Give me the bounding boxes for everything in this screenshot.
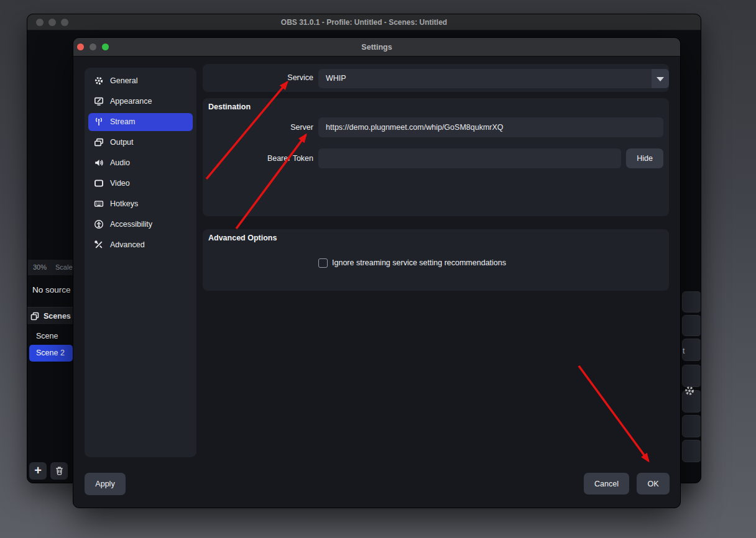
scenes-dock-header: Scenes: [27, 307, 74, 325]
main-window-title: OBS 31.0.1 - Profile: Untitled - Scenes:…: [27, 14, 701, 30]
output-icon: [94, 137, 104, 147]
destination-groupbox: Destination Server Bearer Token Hide: [203, 98, 669, 216]
controls-dock-button[interactable]: [682, 339, 701, 361]
bearer-token-input[interactable]: [318, 148, 621, 168]
trash-icon: [54, 465, 65, 476]
sidebar-item-label: Hotkeys: [110, 195, 138, 213]
sidebar-item-label: Appearance: [110, 93, 152, 111]
controls-dock-button[interactable]: [682, 440, 701, 462]
sidebar-item-label: Output: [110, 134, 134, 152]
scene-item[interactable]: Scene: [36, 330, 58, 342]
sidebar-item-label: Stream: [110, 113, 135, 131]
advanced-options-title: Advanced Options: [208, 234, 277, 242]
apply-button[interactable]: Apply: [85, 473, 126, 495]
server-label: Server: [208, 117, 313, 137]
sidebar-item-label: Audio: [110, 154, 130, 172]
desktop-background: { "main_window": { "title": "OBS 31.0.1 …: [0, 0, 756, 538]
ignore-recommendations-label: Ignore streaming service setting recomme…: [332, 254, 506, 271]
accessibility-icon: [94, 219, 104, 229]
settings-sidebar: General Appearance Stream: [85, 68, 196, 457]
remove-scene-button[interactable]: [50, 462, 68, 480]
preview-scale-label: Scale: [55, 260, 73, 275]
tools-icon: [94, 240, 104, 250]
preview-scale-bar: 30% Scale: [28, 260, 73, 275]
controls-dock-button[interactable]: [682, 415, 701, 437]
sidebar-item-output[interactable]: Output: [88, 134, 193, 152]
cancel-button[interactable]: Cancel: [584, 473, 629, 495]
sidebar-item-label: Advanced: [110, 236, 145, 254]
sidebar-item-video[interactable]: Video: [88, 175, 193, 193]
settings-gear-icon[interactable]: [684, 385, 695, 396]
sidebar-item-audio[interactable]: Audio: [88, 154, 193, 172]
gear-icon: [94, 76, 104, 86]
chevron-down-icon[interactable]: [652, 69, 669, 88]
controls-dock-button[interactable]: [682, 315, 701, 336]
advanced-options-groupbox: Advanced Options Ignore streaming servic…: [203, 229, 669, 291]
destination-title: Destination: [208, 103, 251, 111]
settings-dialog-title: Settings: [73, 38, 680, 57]
stream-antenna-icon: [94, 117, 104, 127]
service-dropdown-value: WHIP: [326, 69, 346, 88]
hide-token-button[interactable]: Hide: [626, 148, 663, 168]
sidebar-item-label: General: [110, 72, 137, 90]
controls-dock-button[interactable]: [682, 291, 701, 312]
controls-dock-text-fragment: t: [683, 347, 685, 355]
sidebar-item-label: Accessibility: [110, 216, 152, 234]
settings-titlebar[interactable]: Settings: [73, 38, 680, 57]
settings-dialog: Settings General Appearance: [73, 37, 681, 508]
add-scene-button[interactable]: +: [29, 462, 47, 480]
scene-item-selected[interactable]: Scene 2: [29, 345, 73, 362]
controls-dock-button[interactable]: [682, 365, 701, 387]
scenes-dock-title: Scenes: [44, 308, 71, 325]
main-window-titlebar[interactable]: OBS 31.0.1 - Profile: Untitled - Scenes:…: [27, 14, 701, 30]
sidebar-item-stream[interactable]: Stream: [88, 113, 193, 131]
sidebar-item-accessibility[interactable]: Accessibility: [88, 216, 193, 234]
appearance-icon: [94, 96, 104, 106]
scenes-icon: [30, 311, 40, 321]
preview-zoom-value: 30%: [33, 260, 47, 275]
server-input[interactable]: [318, 117, 663, 137]
sidebar-item-advanced[interactable]: Advanced: [88, 236, 193, 254]
ok-button[interactable]: OK: [637, 473, 670, 495]
service-label: Service: [203, 64, 313, 92]
sidebar-item-general[interactable]: General: [88, 72, 193, 90]
sidebar-item-appearance[interactable]: Appearance: [88, 93, 193, 111]
keyboard-icon: [94, 199, 104, 209]
audio-speaker-icon: [94, 158, 104, 168]
ignore-recommendations-checkbox[interactable]: [318, 258, 328, 268]
service-dropdown[interactable]: WHIP: [318, 69, 669, 88]
sidebar-item-label: Video: [110, 175, 130, 193]
service-groupbox: Service WHIP: [203, 64, 669, 92]
video-display-icon: [94, 178, 104, 188]
sidebar-item-hotkeys[interactable]: Hotkeys: [88, 195, 193, 213]
bearer-token-label: Bearer Token: [208, 148, 313, 168]
